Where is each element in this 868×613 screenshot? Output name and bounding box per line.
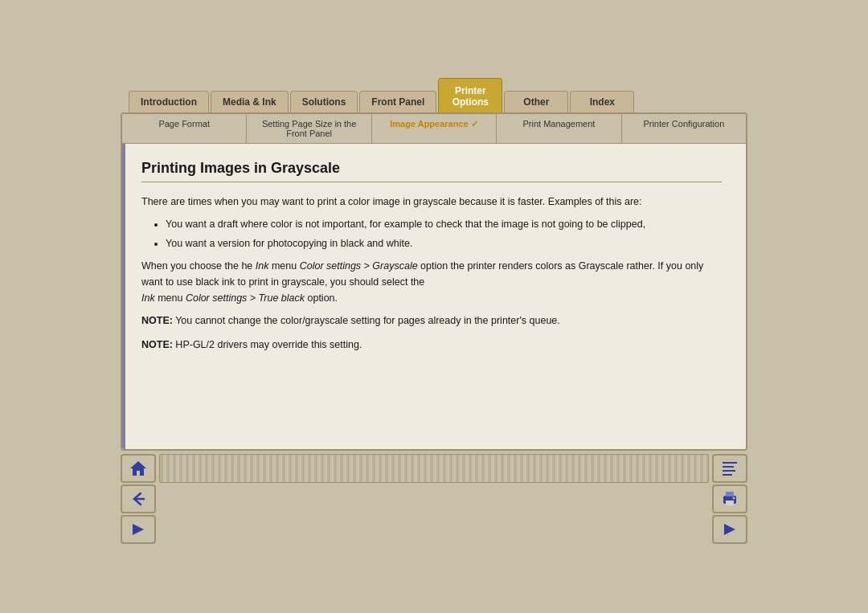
back-icon [129,489,148,509]
scroll-track[interactable] [159,454,709,483]
print-button[interactable] [712,484,747,513]
svg-rect-7 [726,492,734,497]
home-button[interactable] [121,454,156,483]
para1-italic3: Ink [141,292,155,304]
main-container: Page Format Setting Page Size in theFron… [121,112,747,451]
para1-text2: menu [268,260,299,272]
subnav-page-format[interactable]: Page Format [122,114,247,143]
para1-text1: When you choose the he [141,260,256,272]
forward-right-button[interactable] [712,515,747,544]
tab-index[interactable]: Index [570,91,634,112]
svg-rect-3 [723,466,734,468]
home-icon [129,459,148,478]
tab-solutions[interactable]: Solutions [290,91,358,112]
tab-printer-options[interactable]: PrinterOptions [438,78,502,112]
back-button[interactable] [121,484,156,513]
content-body: There are times when you may want to pri… [141,194,722,353]
right-nav-buttons [712,454,747,544]
para1-text5: option. [305,292,338,304]
toc-button[interactable] [712,454,747,483]
bullet-list: You want a draft where color is not impo… [166,216,722,251]
note2: NOTE: HP-GL/2 drivers may override this … [141,337,722,353]
arrow-right-icon [129,520,148,539]
subnav-image-appearance[interactable]: Image Appearance [372,114,497,143]
note1-bold: NOTE: [141,315,173,326]
note2-text: HP-GL/2 drivers may override this settin… [173,339,362,350]
page-title: Printing Images in Grayscale [141,160,722,182]
forward-left-button[interactable] [121,515,156,544]
svg-rect-2 [723,462,737,464]
note1-text: You cannot change the color/grayscale se… [173,315,560,326]
svg-marker-0 [130,461,146,476]
subnav-setting-page-size[interactable]: Setting Page Size in theFront Panel [247,114,371,143]
para1: When you choose the he Ink menu Color se… [141,258,722,306]
svg-rect-4 [723,470,735,472]
para1-text4: menu [155,292,186,304]
bullet-item-2: You want a version for photocopying in b… [166,235,722,251]
tab-media-ink[interactable]: Media & Ink [211,91,289,112]
para1-italic2: Color settings > Grayscale [300,260,418,272]
tab-front-panel[interactable]: Front Panel [359,91,436,112]
top-nav: Introduction Media & Ink Solutions Front… [121,78,747,112]
tab-other[interactable]: Other [504,91,568,112]
para1-italic1: Ink [256,260,269,272]
app-container: Introduction Media & Ink Solutions Front… [121,78,747,544]
subnav-print-management[interactable]: Print Management [497,114,621,143]
svg-marker-10 [724,524,735,535]
svg-rect-5 [723,474,732,476]
bullet-item-1: You want a draft where color is not impo… [166,216,722,232]
subnav-printer-configuration[interactable]: Printer Configuration [622,114,746,143]
intro-paragraph: There are times when you may want to pri… [141,194,722,210]
svg-rect-8 [726,501,734,505]
svg-point-9 [733,497,735,499]
content-area: Printing Images in Grayscale There are t… [122,144,746,449]
tab-introduction[interactable]: Introduction [129,91,209,112]
para1-italic4: Color settings > True black [186,292,305,304]
note1: NOTE: You cannot change the color/graysc… [141,313,722,329]
left-nav-buttons [121,454,156,544]
bottom-controls [121,454,747,544]
print-icon [720,489,739,509]
toc-icon [720,459,739,478]
svg-marker-1 [133,524,144,535]
sub-nav: Page Format Setting Page Size in theFron… [122,114,746,144]
arrow-right2-icon [720,520,739,539]
note2-bold: NOTE: [141,339,173,350]
